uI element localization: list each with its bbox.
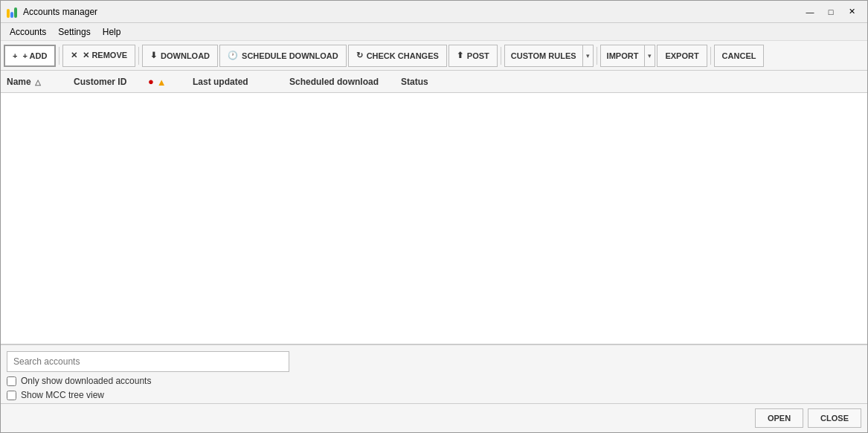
toolbar-separator-3 xyxy=(501,47,501,65)
close-button[interactable]: CLOSE xyxy=(808,408,861,428)
only-downloaded-row: Only show downloaded accounts xyxy=(7,376,861,386)
cancel-button[interactable]: CANCEL xyxy=(714,45,765,67)
minimize-button[interactable]: — xyxy=(800,4,820,19)
title-bar: Accounts manager — □ ✕ xyxy=(1,1,867,23)
close-window-button[interactable]: ✕ xyxy=(842,4,861,19)
arrow-down-icon: ▾ xyxy=(586,52,590,60)
col-header-status[interactable]: Status xyxy=(401,77,475,87)
table-header: Name △ Customer ID Last updated Schedule… xyxy=(1,71,867,93)
window-title: Accounts manager xyxy=(23,7,800,17)
remove-button[interactable]: ✕ ✕ REMOVE xyxy=(62,45,135,67)
remove-icon: ✕ xyxy=(71,51,77,60)
clock-icon: 🕐 xyxy=(228,51,238,60)
menu-help[interactable]: Help xyxy=(97,25,127,39)
name-sort-icon: △ xyxy=(35,78,41,86)
import-button-group: IMPORT ▾ xyxy=(600,45,656,67)
schedule-download-button[interactable]: 🕐 SCHEDULE DOWNLOAD xyxy=(219,45,347,67)
col-header-last-updated[interactable]: Last updated xyxy=(193,77,289,87)
export-button[interactable]: EXPORT xyxy=(657,45,707,67)
custom-rules-dropdown-arrow[interactable]: ▾ xyxy=(582,45,593,66)
col-header-scheduled-download[interactable]: Scheduled download xyxy=(289,77,401,87)
import-button[interactable]: IMPORT xyxy=(601,45,645,66)
mcc-tree-row: Show MCC tree view xyxy=(7,390,861,400)
add-icon: + xyxy=(13,51,17,60)
toolbar: + + ADD ✕ ✕ REMOVE ⬇ DOWNLOAD 🕐 SCHEDULE… xyxy=(1,41,867,71)
footer: OPEN CLOSE xyxy=(1,403,867,432)
toolbar-separator-2 xyxy=(138,47,139,65)
col-header-icons xyxy=(148,76,193,87)
post-button[interactable]: ⬆ POST xyxy=(449,45,498,67)
import-dropdown-arrow[interactable]: ▾ xyxy=(644,45,655,66)
menu-accounts[interactable]: Accounts xyxy=(4,25,52,39)
error-col-icon xyxy=(148,76,154,87)
warning-col-icon xyxy=(157,77,167,87)
only-downloaded-checkbox[interactable] xyxy=(7,376,16,386)
upload-icon: ⬆ xyxy=(457,51,463,60)
open-button[interactable]: OPEN xyxy=(755,408,803,428)
accounts-table-body xyxy=(1,93,867,344)
download-button[interactable]: ⬇ DOWNLOAD xyxy=(142,45,218,67)
menu-bar: Accounts Settings Help xyxy=(1,23,867,41)
download-icon: ⬇ xyxy=(150,51,157,60)
bottom-panel: Only show downloaded accounts Show MCC t… xyxy=(1,344,867,403)
only-downloaded-label[interactable]: Only show downloaded accounts xyxy=(21,376,151,386)
check-changes-button[interactable]: ↻ CHECK CHANGES xyxy=(348,45,447,67)
maximize-button[interactable]: □ xyxy=(821,4,840,19)
mcc-tree-checkbox[interactable] xyxy=(7,391,16,400)
import-arrow-icon: ▾ xyxy=(648,52,652,60)
custom-rules-button-group: CUSTOM RULES ▾ xyxy=(504,45,594,67)
menu-settings[interactable]: Settings xyxy=(52,25,96,39)
toolbar-separator-1 xyxy=(59,47,60,65)
search-input[interactable] xyxy=(7,351,289,372)
col-header-customer-id[interactable]: Customer ID xyxy=(74,77,148,87)
col-header-name[interactable]: Name △ xyxy=(7,77,74,87)
toolbar-separator-5 xyxy=(710,47,711,65)
main-window: Accounts manager — □ ✕ Accounts Settings… xyxy=(0,0,868,433)
refresh-icon: ↻ xyxy=(356,51,363,60)
toolbar-separator-4 xyxy=(597,47,597,65)
window-controls: — □ ✕ xyxy=(800,4,861,19)
app-logo xyxy=(7,6,19,18)
mcc-tree-label[interactable]: Show MCC tree view xyxy=(21,390,104,400)
add-button[interactable]: + + ADD xyxy=(4,45,56,67)
custom-rules-button[interactable]: CUSTOM RULES xyxy=(505,45,582,66)
